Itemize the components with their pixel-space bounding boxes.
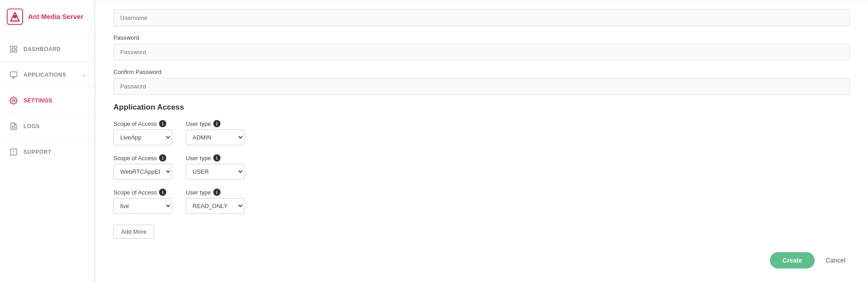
sidebar-item-logs[interactable]: LOGS	[0, 116, 94, 137]
actions-row: Create Cancel	[113, 252, 850, 268]
create-button[interactable]: Create	[770, 252, 815, 268]
scope-label-1: Scope of Access i	[113, 120, 172, 127]
scope-info-icon-2: i	[159, 154, 166, 162]
application-access-title: Application Access	[113, 103, 850, 112]
logs-icon	[9, 122, 18, 131]
scope-info-icon-3: i	[159, 189, 166, 196]
logo-text: Ant Media Server	[28, 13, 84, 21]
support-icon	[9, 148, 18, 157]
settings-icon	[9, 96, 18, 105]
ant-media-logo-icon	[6, 8, 23, 25]
confirm-password-group: Confirm Password	[113, 69, 850, 95]
sidebar-item-dashboard[interactable]: DASHBOARD	[0, 38, 94, 60]
scope-info-icon-1: i	[159, 120, 166, 127]
user-type-select-1[interactable]: ADMIN USER READ_ONLY	[186, 129, 244, 145]
divider-4	[0, 139, 94, 139]
user-type-field-3: User type i ADMIN USER READ_ONLY	[186, 189, 244, 214]
svg-point-3	[13, 15, 17, 18]
applications-icon	[9, 70, 18, 79]
svg-rect-4	[10, 46, 13, 48]
scope-label-2: Scope of Access i	[113, 154, 172, 162]
content-area: Password Confirm Password Application Ac…	[95, 0, 868, 282]
access-row-2: Scope of Access i LiveApp WebRTCAppEE li…	[113, 154, 850, 180]
sidebar-item-settings[interactable]: SETTINGS	[0, 90, 94, 111]
cancel-button[interactable]: Cancel	[821, 252, 850, 268]
password-group: Password	[113, 34, 850, 60]
scope-select-3[interactable]: LiveApp WebRTCAppEE live	[113, 198, 172, 214]
access-row-3: Scope of Access i LiveApp WebRTCAppEE li…	[113, 189, 850, 214]
sidebar-item-applications-label: APPLICATIONS	[23, 72, 66, 78]
add-more-button[interactable]: Add More	[113, 225, 154, 239]
svg-rect-8	[10, 72, 17, 77]
confirm-password-label: Confirm Password	[113, 69, 850, 75]
scope-select-2[interactable]: LiveApp WebRTCAppEE live	[113, 164, 172, 180]
sidebar-item-dashboard-label: DASHBOARD	[23, 46, 61, 52]
user-type-label-1: User type i	[186, 120, 244, 127]
scope-select-1[interactable]: LiveApp WebRTCAppEE live	[113, 129, 172, 145]
user-type-field-1: User type i ADMIN USER READ_ONLY	[186, 120, 244, 145]
user-type-label-2: User type i	[186, 154, 244, 162]
confirm-password-input[interactable]	[113, 78, 850, 95]
sidebar-item-applications[interactable]: APPLICATIONS ›	[0, 64, 94, 86]
sidebar-nav: DASHBOARD APPLICATIONS › SETTINGS	[0, 34, 94, 163]
user-type-info-icon-2: i	[213, 154, 221, 162]
scope-field-2: Scope of Access i LiveApp WebRTCAppEE li…	[113, 154, 172, 180]
user-type-info-icon-1: i	[213, 120, 221, 127]
user-type-info-icon-3: i	[213, 189, 221, 196]
application-access-section: Application Access Scope of Access i Liv…	[113, 103, 850, 239]
svg-rect-5	[14, 46, 17, 48]
divider-1	[0, 62, 94, 62]
password-input[interactable]	[113, 44, 850, 60]
user-type-label-3: User type i	[186, 189, 244, 196]
dashboard-icon	[9, 45, 18, 54]
logo-area: Ant Media Server	[0, 0, 94, 34]
chevron-down-icon: ›	[83, 71, 85, 79]
svg-rect-6	[14, 50, 17, 52]
username-input[interactable]	[113, 9, 850, 26]
access-row-1: Scope of Access i LiveApp WebRTCAppEE li…	[113, 120, 850, 145]
scope-label-3: Scope of Access i	[113, 189, 172, 196]
user-type-select-3[interactable]: ADMIN USER READ_ONLY	[186, 198, 244, 214]
user-type-field-2: User type i ADMIN USER READ_ONLY	[186, 154, 244, 180]
user-type-select-2[interactable]: ADMIN USER READ_ONLY	[186, 164, 244, 180]
main-content: ‹ Password Confirm Password Application …	[95, 0, 868, 282]
divider-3	[0, 113, 94, 114]
scope-field-3: Scope of Access i LiveApp WebRTCAppEE li…	[113, 189, 172, 214]
sidebar-item-settings-label: SETTINGS	[23, 97, 52, 104]
sidebar-item-support-label: SUPPORT	[23, 149, 52, 155]
sidebar-item-logs-label: LOGS	[23, 123, 40, 129]
divider-2	[0, 88, 94, 88]
username-group	[113, 9, 850, 26]
scope-field-1: Scope of Access i LiveApp WebRTCAppEE li…	[113, 120, 172, 145]
svg-rect-7	[10, 50, 13, 52]
sidebar: Ant Media Server DASHBOARD APPLICATIONS …	[0, 0, 95, 282]
password-label: Password	[113, 34, 850, 41]
svg-point-11	[13, 100, 15, 102]
sidebar-item-support[interactable]: SUPPORT	[0, 141, 94, 163]
